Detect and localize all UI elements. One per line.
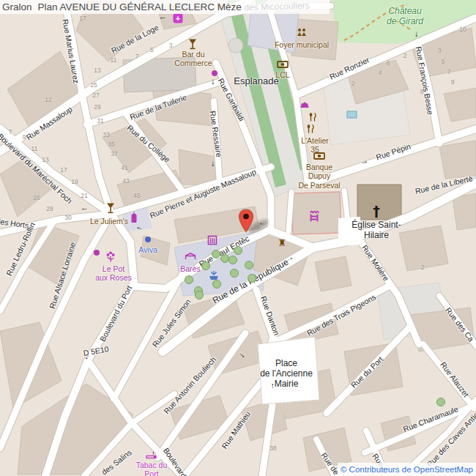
house-number: 31 [97, 117, 103, 124]
house-number: 41 [121, 164, 127, 171]
page-title: Plan AVENUE DU GÉNÉRAL LECLERC Mèze [38, 1, 242, 12]
poi-label: Le Juliem's [90, 217, 128, 226]
house-number: 9 [23, 133, 26, 141]
house-number: 29 [94, 103, 100, 111]
house-number: 28 [46, 205, 53, 212]
cigarette-icon [145, 450, 158, 460]
tree-icon [185, 275, 194, 285]
house-number: 17 [79, 15, 86, 22]
site-name: Gralon [2, 1, 32, 12]
poi-label: Banque Dupuy De Parseval [298, 163, 340, 190]
house-number: 19 [71, 178, 78, 185]
dot-purple-icon [212, 70, 218, 77]
house-number: 25 [90, 81, 97, 89]
pool [347, 111, 357, 118]
house-number: 11 [31, 145, 38, 152]
house-number: 21 [81, 192, 87, 199]
cocktail-icon [187, 38, 198, 51]
destination-marker[interactable] [238, 209, 254, 236]
cocktail-icon [105, 202, 116, 215]
house-number: 7 [9, 128, 12, 135]
house-number: 26 [33, 194, 40, 201]
pharmacy-icon: + [174, 14, 183, 23]
oneway-arrow-icon: → [210, 160, 219, 168]
tree-icon [195, 291, 204, 300]
tree-icon [436, 398, 446, 407]
house-number: 7 [135, 53, 139, 60]
dot-purple-icon [94, 250, 100, 256]
poi-label: Bar du Commerce [174, 50, 212, 68]
awning-icon [185, 253, 196, 260]
house-number: 30 [64, 214, 71, 221]
poi-label: Foyer municipal [275, 40, 329, 49]
house-number: 3 [438, 47, 442, 54]
poi-label: Aviva [138, 245, 157, 254]
dot-blue-icon [145, 237, 152, 243]
house-number: 11 [111, 56, 117, 64]
house-number: 10 [459, 26, 466, 33]
poi-label: Château de Girard [387, 6, 423, 26]
house-number: 5 [442, 58, 445, 65]
house-number: 2 [421, 264, 425, 271]
osm-attribution[interactable]: © Contributeurs de OpenStreetMap [338, 463, 476, 476]
house-number: 9 [451, 78, 455, 86]
poi-label: Esplanade [234, 75, 278, 86]
house-number: 43 [122, 177, 129, 185]
poi-label: Tabac du Port [136, 461, 168, 476]
tree-icon [230, 269, 239, 278]
restaurant-icon [308, 113, 318, 122]
clothes-icon [131, 212, 138, 224]
poi-label: Le Pot aux Roses [95, 264, 132, 283]
fort-icon: ♜ [278, 237, 286, 248]
oneway-arrow-icon: → [267, 382, 275, 390]
house-number: 35 [108, 141, 114, 148]
house-number: 13 [94, 67, 100, 74]
kiosk-icon [207, 235, 217, 245]
house-number: 17 [60, 166, 67, 174]
house-number: 3 [169, 42, 173, 49]
oneway-arrow-icon: → [81, 207, 89, 215]
house-number: 4 [379, 69, 382, 76]
tree-icon [234, 246, 243, 256]
attribution-text: © Contributeurs de OpenStreetMap [341, 465, 473, 474]
house-number: 8 [420, 88, 424, 95]
tree-icon [228, 256, 238, 265]
house-number: 38 [269, 445, 276, 452]
house-number: 27 [92, 92, 99, 99]
house-number: 12 [45, 96, 51, 103]
house-number: 13 [42, 156, 48, 163]
house-number: 7 [447, 68, 451, 75]
restaurant-icon [306, 124, 316, 134]
house-number: 2 [352, 80, 355, 87]
bakery-icon [300, 102, 310, 109]
tree-icon [245, 261, 254, 270]
house-number: 37 [111, 150, 117, 157]
house-number: 2 [404, 52, 407, 59]
house-number: 45 [133, 192, 140, 199]
people-icon [296, 28, 308, 37]
banknote-icon [277, 61, 289, 69]
marketplace-icon [308, 211, 321, 223]
house-number: 33 [103, 131, 109, 138]
flower-icon [105, 251, 116, 264]
church-cross-icon: † [373, 203, 380, 219]
map-canvas[interactable]: Rue MassaloupRue de la LogeRue Marius La… [0, 0, 476, 476]
oneway-arrow-icon: → [159, 15, 167, 24]
oneway-arrow-icon: → [414, 31, 423, 39]
banknote-icon [313, 152, 325, 160]
tree-icon [248, 274, 257, 283]
oneway-arrow-icon: → [210, 78, 219, 86]
house-number: 5 [150, 46, 154, 53]
fountain-icon [207, 269, 220, 281]
esplanade-fountain-basin [228, 38, 243, 53]
poi-label: Église Saint- Hilaire [352, 220, 401, 240]
house-number: 6 [387, 59, 390, 67]
poi-label: Barès [180, 264, 200, 273]
title-bar: Gralon Plan AVENUE DU GÉNÉRAL LECLERC Mè… [0, 0, 330, 14]
